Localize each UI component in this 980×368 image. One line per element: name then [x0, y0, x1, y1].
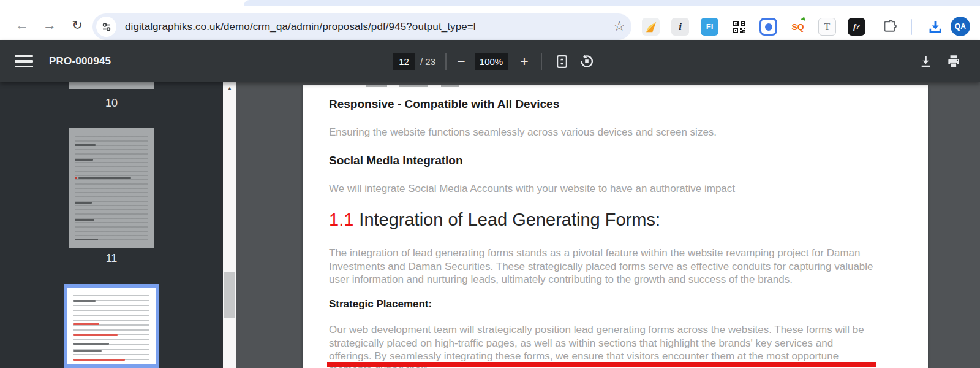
print-icon — [946, 53, 962, 69]
sidebar-scrollbar-thumb[interactable] — [224, 272, 235, 318]
tab-strip-background — [244, 0, 980, 6]
fit-page-icon — [554, 54, 570, 69]
section-number: 1.1 — [329, 210, 353, 229]
pdf-document-title: PRO-000945 — [49, 55, 111, 67]
extension-sq-button[interactable]: SQ — [789, 18, 807, 36]
sq-leaf-icon — [801, 16, 806, 21]
toolbar-separator — [911, 19, 912, 35]
address-bar[interactable]: digitalgraphiks.co.uk/demo/crm_qa/admin/… — [92, 13, 631, 40]
download-tray-icon — [927, 19, 943, 35]
browser-window: ← → ↻ digitalgraphiks.co.uk/demo/crm_qa/… — [0, 0, 980, 368]
forward-button[interactable]: → — [39, 14, 61, 36]
back-button[interactable]: ← — [11, 14, 33, 36]
fit-to-page-button[interactable] — [552, 52, 571, 71]
pdf-toolbar-separator-2 — [541, 53, 542, 70]
extension-font-finder-button[interactable]: FI — [701, 18, 718, 36]
heading-responsive: Responsive - Compatible with All Devices — [329, 98, 559, 111]
pdf-content-area: 10 11 ▲ — [0, 82, 980, 368]
reload-button[interactable]: ↻ — [66, 14, 88, 36]
downloads-button[interactable] — [926, 18, 944, 36]
thumbnail-label-11: 11 — [69, 252, 154, 265]
url-text[interactable]: digitalgraphiks.co.uk/demo/crm_qa/admin/… — [125, 21, 631, 33]
font-finder-icon: FI — [706, 22, 714, 31]
sq-icon: SQ — [791, 22, 804, 32]
tab-strip — [0, 0, 980, 6]
thumbnail-sidebar: 10 11 — [0, 82, 223, 368]
hamburger-icon — [15, 55, 33, 57]
extension-send-button[interactable] — [642, 18, 660, 36]
back-icon: ← — [15, 17, 29, 33]
function-icon: f? — [853, 22, 860, 32]
extension-function-button[interactable]: f? — [848, 18, 865, 36]
extension-qr-button[interactable] — [730, 18, 748, 36]
page-count-label: / 23 — [420, 56, 435, 67]
thumbnail-page-12-selected[interactable] — [64, 284, 159, 368]
page-number-input[interactable] — [393, 53, 415, 70]
rotate-button[interactable] — [577, 52, 597, 71]
paragraph-social-media: We will integrate Social Media Accounts … — [329, 182, 878, 196]
thumbnail-text-lines — [74, 291, 149, 364]
paragraph-lead-forms: The integration of lead generating forms… — [329, 247, 878, 286]
avatar-initials: QA — [955, 22, 967, 31]
paragraph-strategic-placement: Our web development team will strategica… — [329, 323, 878, 368]
pdf-page: Responsive - Compatible with All Devices… — [303, 85, 928, 368]
qr-code-icon — [732, 20, 747, 34]
paragraph-responsive: Ensuring the website functions seamlessl… — [329, 126, 878, 139]
sidebar-scrollbar[interactable]: ▲ — [223, 82, 236, 368]
pdf-toolbar-separator — [445, 53, 447, 70]
red-divider-bar — [327, 362, 876, 367]
forward-icon: → — [43, 17, 56, 33]
section-title: Integration of Lead Generating Forms: — [359, 210, 660, 229]
pdf-print-button[interactable] — [944, 52, 963, 71]
plus-icon: + — [520, 53, 528, 70]
minus-icon: − — [457, 53, 465, 70]
thumbnail-page-10[interactable] — [69, 82, 154, 89]
pdf-viewer: Responsive - Compatible with All Devices… — [236, 82, 980, 368]
rotate-ccw-icon — [579, 53, 595, 69]
extension-record-button[interactable] — [760, 18, 777, 36]
clipped-text-remnant — [399, 85, 428, 87]
yellow-arrow-icon — [644, 20, 658, 34]
tune-icon — [101, 21, 112, 33]
heading-social-media: Social Media Integration — [329, 154, 463, 167]
reload-icon: ↻ — [72, 18, 83, 33]
letter-t-icon: T — [824, 21, 831, 33]
extension-text-button[interactable]: T — [818, 18, 836, 36]
section-heading-1-1: 1.1Integration of Lead Generating Forms: — [329, 210, 660, 230]
puzzle-icon — [882, 19, 897, 34]
zoom-in-button[interactable]: + — [514, 52, 534, 71]
pdf-toolbar: PRO-000945 / 23 − 100% + — [0, 40, 980, 82]
bookmark-star-icon[interactable]: ☆ — [613, 18, 625, 34]
thumbnail-page-11[interactable] — [69, 128, 154, 248]
thumbnail-label-10: 10 — [69, 97, 154, 110]
profile-avatar[interactable]: QA — [951, 17, 970, 36]
browser-toolbar: ← → ↻ digitalgraphiks.co.uk/demo/crm_qa/… — [0, 6, 980, 40]
extension-info-button[interactable]: i — [671, 18, 689, 36]
heading-strategic-placement: Strategic Placement: — [329, 298, 432, 310]
record-dot-icon — [765, 23, 772, 31]
pdf-menu-button[interactable] — [15, 54, 33, 69]
thumbnail-text-lines — [75, 133, 148, 243]
clipped-text-remnant — [366, 85, 387, 87]
clipped-text-remnant — [441, 85, 459, 87]
site-settings-button[interactable] — [96, 17, 116, 37]
pdf-download-icon — [918, 54, 933, 69]
extensions-menu-button[interactable] — [881, 18, 899, 36]
italic-i-icon: i — [679, 21, 682, 33]
zoom-level-value[interactable]: 100% — [475, 53, 508, 70]
scroll-up-arrow-icon[interactable]: ▲ — [223, 83, 236, 93]
zoom-out-button[interactable]: − — [451, 52, 471, 71]
pdf-download-button[interactable] — [916, 52, 935, 71]
